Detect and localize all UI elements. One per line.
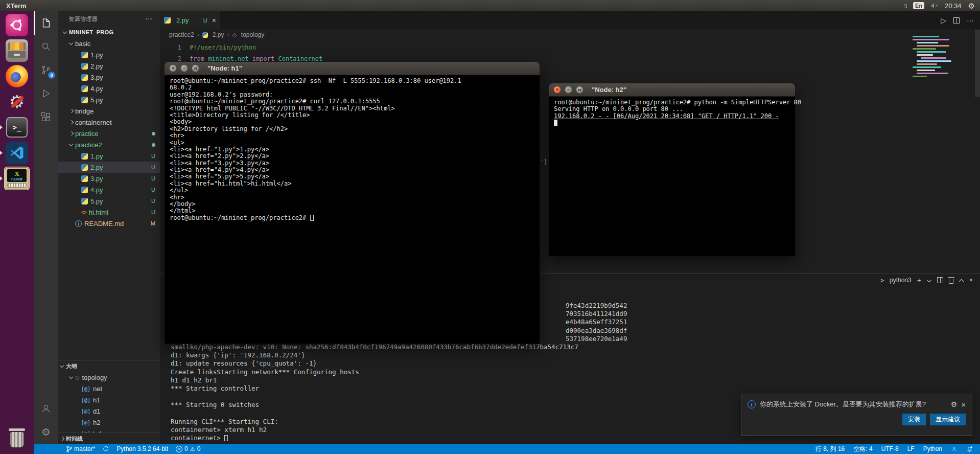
indentation-item[interactable]: 空格: 4 [853,445,872,453]
keyboard-layout-indicator[interactable]: En [913,2,924,9]
editor-scrollbar[interactable] [975,30,980,97]
run-file-icon[interactable]: ▷ [941,16,946,25]
dock-xterm-icon[interactable]: XTERM [4,167,30,190]
python-interpreter-item[interactable]: Python 3.5.2 64-bit [116,445,168,452]
xterm-h2-content[interactable]: root@ubuntu:~/mininet_prog/practice2# py… [549,97,795,127]
new-terminal-icon[interactable]: + [917,277,921,284]
tree-item-h1[interactable]: [@]h1 [58,394,160,405]
problems-item[interactable]: × 0 ⚠ 0 [176,445,200,452]
breadcrumb-file[interactable]: 2.py [202,31,224,38]
dock-terminal-icon[interactable]: >_ [4,116,30,139]
maximize-panel-icon[interactable] [959,278,964,283]
tree-item-bridge[interactable]: bridge [58,105,160,117]
source-control-icon[interactable]: 8 [34,58,58,82]
maximize-icon[interactable] [576,86,584,94]
dock-ubuntu-icon[interactable] [4,13,30,37]
notifications-bell-icon[interactable] [966,446,973,452]
tree-item-practice[interactable]: practice [58,128,160,139]
tree-item-4.py[interactable]: 4.pyU [58,184,160,195]
dock-system-tools-icon[interactable]: ⚙ [4,90,30,114]
sync-changes-item[interactable] [103,446,109,452]
tab-close-icon[interactable]: × [212,16,216,25]
tree-item-5.py[interactable]: 5.py [58,94,160,105]
clock[interactable]: 20:34 [945,2,962,10]
chevron-spacer [74,385,81,392]
tree-item-5.py[interactable]: 5.pyU [58,195,160,207]
tree-item-readme.md[interactable]: iREADME.mdM [58,218,160,229]
dock-trash-icon[interactable] [4,427,30,451]
terminal-dropdown-icon[interactable] [927,278,931,283]
minimize-icon[interactable]: − [180,64,188,72]
tree-item-1.py[interactable]: 1.py [58,49,160,60]
account-icon[interactable] [34,397,58,420]
volume-muted-icon[interactable] [931,3,938,9]
feedback-icon[interactable] [951,446,958,452]
install-button[interactable]: 安装 [902,414,926,425]
tree-item-2.py[interactable]: 2.pyU [58,162,160,173]
editor-more-actions-icon[interactable]: ··· [967,16,974,25]
explorer-icon[interactable] [34,11,58,35]
code-editor[interactable]: 1#!/user/bin/python2from mininet.net imp… [160,40,980,64]
tree-item-3.py[interactable]: 3.pyU [58,173,160,184]
tree-item-4.py[interactable]: 4.py [58,83,160,94]
tree-item-net[interactable]: [@]net [58,383,160,394]
close-panel-icon[interactable]: × [969,277,973,284]
timeline-header[interactable]: 时间线 [58,433,160,444]
close-icon[interactable]: × [169,64,177,72]
xterm-h1-content[interactable]: root@ubuntu:~/mininet_prog/practice2# ss… [165,75,540,221]
tree-item-d1[interactable]: [@]d1 [58,405,160,417]
maximize-icon[interactable] [192,64,199,72]
chevron-right-icon[interactable] [67,130,75,137]
split-terminal-icon[interactable] [937,277,943,283]
chevron-down-icon[interactable] [67,374,75,381]
kill-terminal-icon[interactable] [949,279,953,284]
dock-firefox-icon[interactable] [4,64,30,88]
network-traffic-icon[interactable]: ↑↓ [903,2,906,9]
tab-2py[interactable]: 2.py U × [160,11,220,29]
session-menu-icon[interactable]: ⚙ [968,2,975,10]
encoding-item[interactable]: UTF-8 [881,445,899,452]
xterm-window-h1[interactable]: × − "Node: h1" root@ubuntu:~/mininet_pro… [165,62,540,344]
run-debug-icon[interactable] [34,82,58,105]
split-editor-icon[interactable] [953,17,960,24]
dock-vscode-icon[interactable] [4,141,30,165]
language-mode-item[interactable]: Python [923,445,942,452]
tree-item-3.py[interactable]: 3.py [58,72,160,83]
close-icon[interactable]: × [553,86,561,94]
tree-item-containernet[interactable]: containernet [58,117,160,128]
extensions-icon[interactable] [34,105,58,129]
chevron-right-icon[interactable] [67,107,75,115]
breadcrumb-symbol[interactable]: topology [232,31,264,38]
search-icon[interactable] [34,35,58,58]
git-branch-item[interactable]: master* [66,445,95,452]
chevron-down-icon[interactable] [61,29,69,36]
xterm-h2-titlebar[interactable]: × − "Node: h2" [549,83,795,97]
tree-item-hi.html[interactable]: <>hi.htmlU [58,207,160,218]
breadcrumb-folder[interactable]: practice2 [169,31,194,38]
tree-item-practice2[interactable]: practice2 [58,139,160,150]
minimap[interactable] [913,36,973,79]
notification-close-icon[interactable]: × [961,400,966,409]
cursor-position-item[interactable]: 行 8, 列 16 [815,445,845,453]
xterm-h1-titlebar[interactable]: × − "Node: h1" [165,62,540,75]
tree-item-br1[interactable]: [@]br1 [58,428,160,433]
notification-settings-icon[interactable]: ⚙ [951,400,958,408]
terminal-shell-label[interactable]: python3 [890,277,912,284]
tree-item-2.py[interactable]: 2.py [58,60,160,72]
dock-file-manager-icon[interactable] [4,39,30,62]
chevron-down-icon[interactable] [67,141,75,148]
show-recommendations-button[interactable]: 显示建议 [930,414,966,425]
minimize-icon[interactable]: − [565,86,572,94]
eol-item[interactable]: LF [907,445,915,452]
xterm-window-h2[interactable]: × − "Node: h2" root@ubuntu:~/mininet_pro… [549,83,795,256]
tree-item-basic[interactable]: basic [58,38,160,49]
settings-gear-icon[interactable]: ⚙ [34,420,58,444]
outline-header[interactable]: 大纲 [58,360,160,372]
chevron-right-icon[interactable] [67,119,75,126]
chevron-down-icon[interactable] [67,40,75,47]
tree-item-h2[interactable]: [@]h2 [58,417,160,428]
tree-item-1.py[interactable]: 1.pyU [58,150,160,162]
explorer-more-actions-icon[interactable]: ··· [146,11,153,27]
tree-item-topology[interactable]: topology [58,372,160,383]
tree-item-mininet_prog[interactable]: MININET_PROG [58,27,160,38]
